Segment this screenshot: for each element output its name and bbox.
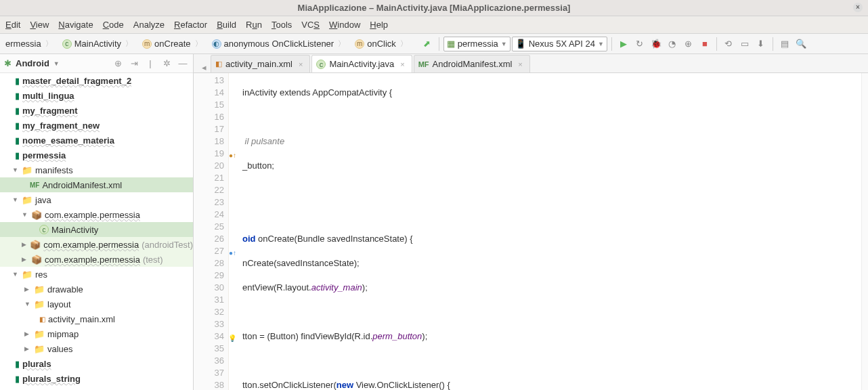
menubar: Edit View Navigate Code Analyze Refactor… (0, 16, 868, 34)
menu-window[interactable]: Window (329, 20, 360, 30)
attach-icon[interactable]: ⊕ (681, 37, 696, 51)
menu-run[interactable]: Run (246, 20, 262, 30)
method-icon: m (142, 39, 152, 49)
prev-tab-icon[interactable]: ◂ (198, 62, 211, 72)
gutter: 13 14 15 16 17 18 19●↑ 20 21 22 23 24 25… (194, 73, 229, 390)
interface-icon: ◐ (212, 39, 221, 49)
method-icon: m (355, 39, 364, 49)
override-up-icon[interactable]: ●↑ (229, 150, 236, 162)
code-content[interactable]: inActivity extends AppCompatActivity { i… (229, 73, 868, 390)
module-item[interactable]: ▮permessia (0, 148, 193, 162)
module-item[interactable]: ▮master_detail_fragment_2 (0, 73, 193, 88)
folder-layout[interactable]: ▼📁layout (0, 297, 193, 311)
package-test[interactable]: ▶📦com.example.permessia (test) (0, 252, 193, 267)
hide-icon[interactable]: — (177, 58, 189, 68)
menu-view[interactable]: View (30, 20, 49, 30)
implements-icon[interactable]: ●↑ (229, 247, 236, 259)
avd-icon[interactable]: ▭ (737, 37, 752, 51)
editor-area: ◂ ◧activity_main.xml× cMainActivity.java… (194, 54, 868, 390)
module-item[interactable]: ▮my_fragment_new (0, 118, 193, 133)
menu-edit[interactable]: Edit (5, 20, 20, 30)
menu-navigate[interactable]: Navigate (58, 20, 93, 30)
apply-changes-icon[interactable]: ↻ (632, 37, 647, 51)
module-item[interactable]: ▮plurals (0, 356, 193, 371)
stop-icon[interactable]: ■ (697, 37, 712, 51)
scroll-from-source-icon[interactable]: ⊕ (112, 58, 124, 68)
device-selector[interactable]: 📱Nexus 5X API 24▼ (512, 37, 607, 51)
menu-tools[interactable]: Tools (272, 20, 292, 30)
tab-manifest[interactable]: MFAndroidManifest.xml× (414, 55, 530, 72)
menu-build[interactable]: Build (217, 20, 236, 30)
class-mainactivity[interactable]: cMainActivity (0, 222, 193, 237)
breadcrumb[interactable]: monCreate (139, 37, 207, 51)
folder-res[interactable]: ▼📁res (0, 267, 193, 282)
navigation-toolbar: ermessia cMainActivity monCreate ◐anonym… (0, 34, 868, 54)
file-manifest[interactable]: MFAndroidManifest.xml (0, 177, 193, 192)
breadcrumb[interactable]: ◐anonymous OnClickListener (209, 37, 351, 51)
folder-java[interactable]: ▼📁java (0, 192, 193, 207)
close-icon[interactable]: × (518, 60, 522, 68)
folder-manifests[interactable]: ▼📁manifests (0, 162, 193, 177)
sync-icon[interactable]: ⟲ (721, 37, 736, 51)
folder-mipmap[interactable]: ▶📁mipmap (0, 326, 193, 341)
project-sidebar: ✱ Android ▼ ⊕ ⇥ | ✲ — ▮master_detail_fra… (0, 54, 194, 390)
close-icon[interactable]: × (400, 60, 404, 68)
error-stripe[interactable] (861, 73, 868, 390)
class-icon: c (316, 60, 326, 69)
folder-drawable[interactable]: ▶📁drawable (0, 282, 193, 297)
tab-activity-main[interactable]: ◧activity_main.xml× (211, 55, 310, 72)
breadcrumb[interactable]: ermessia (3, 37, 58, 51)
profile-icon[interactable]: ◔ (665, 37, 680, 51)
breadcrumb[interactable]: cMainActivity (60, 37, 138, 51)
module-item[interactable]: ▮multi_lingua (0, 88, 193, 103)
collapse-icon[interactable]: ⇥ (128, 58, 140, 68)
close-icon[interactable]: × (853, 3, 863, 12)
structure-icon[interactable]: ▤ (777, 37, 792, 51)
tab-mainactivity[interactable]: cMainActivity.java× (311, 55, 412, 72)
menu-vcs[interactable]: VCS (301, 20, 320, 30)
module-item[interactable]: ▮nome_esame_materia (0, 133, 193, 148)
module-item[interactable]: ▮pulsante (0, 386, 193, 390)
menu-help[interactable]: Help (370, 20, 388, 30)
class-icon: c (39, 225, 49, 234)
class-icon: c (62, 39, 72, 49)
editor-tabs: ◂ ◧activity_main.xml× cMainActivity.java… (194, 54, 868, 73)
compile-icon[interactable]: ⬈ (420, 37, 435, 51)
sidebar-header: ✱ Android ▼ ⊕ ⇥ | ✲ — (0, 54, 193, 73)
menu-refactor[interactable]: Refactor (174, 20, 207, 30)
breadcrumb[interactable]: monClick (352, 37, 413, 51)
code-editor[interactable]: 13 14 15 16 17 18 19●↑ 20 21 22 23 24 25… (194, 73, 868, 390)
project-tree[interactable]: ▮master_detail_fragment_2 ▮multi_lingua … (0, 73, 193, 390)
run-config-selector[interactable]: ▦permessia▼ (443, 37, 511, 51)
window-titlebar: MiaApplicazione – MainActivity.java [Mia… (0, 0, 868, 16)
view-mode[interactable]: Android (16, 58, 49, 68)
settings-icon[interactable]: ✲ (160, 58, 173, 68)
close-icon[interactable]: × (299, 60, 303, 68)
menu-analyze[interactable]: Analyze (133, 20, 165, 30)
package-item[interactable]: ▼📦com.example.permessia (0, 207, 193, 222)
search-icon[interactable]: 🔍 (794, 37, 808, 51)
package-androidtest[interactable]: ▶📦com.example.permessia (androidTest) (0, 237, 193, 252)
lightbulb-icon[interactable]: 💡 (228, 332, 236, 345)
divider: | (144, 58, 156, 68)
window-title: MiaApplicazione – MainActivity.java [Mia… (298, 3, 571, 13)
module-item[interactable]: ▮my_fragment (0, 103, 193, 118)
folder-values[interactable]: ▶📁values (0, 341, 193, 356)
file-layout-xml[interactable]: ◧activity_main.xml (0, 311, 193, 326)
debug-icon[interactable]: 🐞 (649, 37, 664, 51)
sdk-icon[interactable]: ⬇ (754, 37, 768, 51)
module-item[interactable]: ▮plurals_string (0, 371, 193, 386)
menu-code[interactable]: Code (103, 20, 124, 30)
run-icon[interactable]: ▶ (616, 37, 631, 51)
